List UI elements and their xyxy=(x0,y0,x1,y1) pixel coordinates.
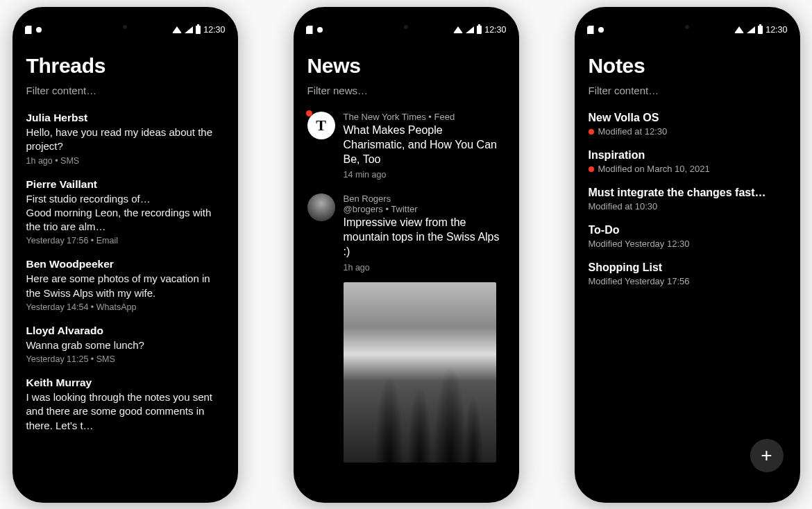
thread-sender: Pierre Vaillant xyxy=(26,178,224,191)
filter-input[interactable]: Filter content… xyxy=(26,85,224,96)
thread-sender: Keith Murray xyxy=(26,377,224,389)
note-item[interactable]: To-Do Modified Yesterday 12:30 xyxy=(589,224,786,249)
news-item[interactable]: Ben Rogers @brogers • Twitter Impressive… xyxy=(307,193,505,462)
note-item[interactable]: Inspiration Modified on March 10, 2021 xyxy=(589,149,786,174)
news-item[interactable]: T The New York Times • Feed What Makes P… xyxy=(307,112,505,180)
wifi-icon xyxy=(172,26,182,33)
status-time: 12:30 xyxy=(766,25,787,35)
thread-preview: First studio recordings of… Good morning… xyxy=(26,192,224,234)
status-bar: 12:30 xyxy=(12,7,238,35)
battery-icon xyxy=(758,26,763,34)
filter-input[interactable]: Filter content… xyxy=(589,85,786,96)
battery-icon xyxy=(477,26,482,34)
thread-preview: Here are some photos of my vacation in t… xyxy=(26,272,224,300)
filter-input[interactable]: Filter news… xyxy=(307,85,505,96)
thread-item[interactable]: Julia Herbst Hello, have you read my ide… xyxy=(26,112,224,166)
wifi-icon xyxy=(453,26,463,33)
phone-threads: 12:30 Threads Filter content… Julia Herb… xyxy=(12,7,238,503)
page-title: Threads xyxy=(26,54,224,78)
thread-preview: Hello, have you read my ideas about the … xyxy=(26,126,224,154)
thread-preview: Wanna grab some lunch? xyxy=(26,338,224,352)
sd-card-icon xyxy=(25,26,32,34)
status-bar: 12:30 xyxy=(294,7,519,35)
sd-card-icon xyxy=(587,26,594,34)
thread-preview: I was looking through the notes you sent… xyxy=(26,390,224,433)
note-meta: Modified at 10:30 xyxy=(589,201,658,212)
news-headline: Impressive view from the mountain tops i… xyxy=(344,216,505,259)
thread-item[interactable]: Lloyd Alvarado Wanna grab some lunch? Ye… xyxy=(26,325,224,364)
signal-icon xyxy=(747,26,755,33)
source-avatar: T xyxy=(307,112,335,139)
note-title: To-Do xyxy=(589,224,786,236)
thread-sender: Julia Herbst xyxy=(26,112,224,124)
news-headline: What Makes People Charismatic, and How Y… xyxy=(344,123,505,166)
battery-icon xyxy=(196,26,201,34)
signal-icon xyxy=(185,26,193,33)
thread-item[interactable]: Keith Murray I was looking through the n… xyxy=(26,377,224,433)
wifi-icon xyxy=(734,26,744,33)
note-meta: Modified on March 10, 2021 xyxy=(598,164,710,174)
status-bar: 12:30 xyxy=(575,7,800,35)
thread-sender: Ben Woodpeeker xyxy=(26,258,224,270)
page-title: News xyxy=(307,54,505,78)
thread-item[interactable]: Ben Woodpeeker Here are some photos of m… xyxy=(26,258,224,312)
notification-dot-icon xyxy=(36,27,42,33)
unread-dot-icon xyxy=(306,110,312,117)
notification-dot-icon xyxy=(317,27,323,33)
news-image[interactable] xyxy=(344,282,496,463)
news-source: Ben Rogers @brogers • Twitter xyxy=(344,193,505,214)
note-title: Inspiration xyxy=(589,149,786,162)
unread-dot-icon xyxy=(589,129,594,135)
note-item[interactable]: Shopping List Modified Yesterday 17:56 xyxy=(589,261,786,286)
notification-dot-icon xyxy=(598,27,604,33)
note-item[interactable]: Must integrate the changes fast… Modifie… xyxy=(589,187,786,212)
plus-icon: + xyxy=(761,445,772,467)
thread-item[interactable]: Pierre Vaillant First studio recordings … xyxy=(26,178,224,246)
note-title: Must integrate the changes fast… xyxy=(589,187,786,199)
note-title: New Volla OS xyxy=(589,112,786,124)
thread-meta: Yesterday 14:54 • WhatsApp xyxy=(26,302,224,312)
note-meta: Modified Yesterday 17:56 xyxy=(589,276,690,286)
thread-meta: Yesterday 11:25 • SMS xyxy=(26,354,224,364)
thread-sender: Lloyd Alvarado xyxy=(26,325,224,337)
status-time: 12:30 xyxy=(484,25,506,35)
signal-icon xyxy=(466,26,474,33)
news-time: 14 min ago xyxy=(344,170,505,180)
news-source: The New York Times • Feed xyxy=(344,112,505,122)
note-title: Shopping List xyxy=(589,261,786,274)
avatar-glyph: T xyxy=(316,117,326,135)
note-meta: Modified Yesterday 12:30 xyxy=(589,239,690,249)
unread-dot-icon xyxy=(589,166,594,172)
source-avatar xyxy=(307,193,335,221)
page-title: Notes xyxy=(589,54,786,78)
thread-meta: 1h ago • SMS xyxy=(26,156,224,166)
news-time: 1h ago xyxy=(344,263,505,273)
sd-card-icon xyxy=(306,26,313,34)
phone-news: 12:30 News Filter news… T The New York T… xyxy=(294,7,519,503)
add-note-button[interactable]: + xyxy=(750,439,784,472)
note-item[interactable]: New Volla OS Modified at 12:30 xyxy=(589,112,786,137)
phone-notes: 12:30 Notes Filter content… New Volla OS… xyxy=(575,7,800,503)
thread-meta: Yesterday 17:56 • Email xyxy=(26,236,224,245)
status-time: 12:30 xyxy=(203,25,225,35)
note-meta: Modified at 12:30 xyxy=(598,126,668,137)
